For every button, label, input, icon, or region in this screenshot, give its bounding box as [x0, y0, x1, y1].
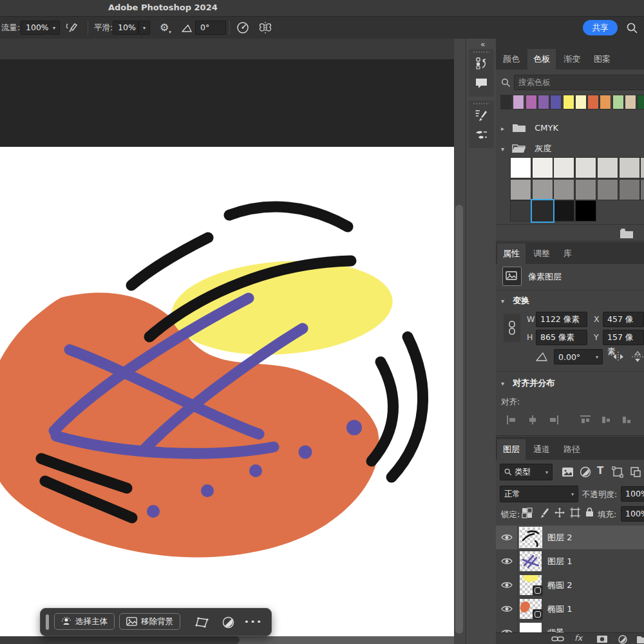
y-field[interactable]: 157 像素 [603, 330, 644, 345]
smoothing-gear-icon[interactable]: ⚙▾ [160, 21, 171, 35]
visibility-eye-icon[interactable] [496, 621, 518, 632]
new-adjustment-layer-icon[interactable] [618, 635, 627, 644]
tab-库[interactable]: 库 [558, 243, 578, 264]
align-section-header[interactable]: ▾ 对齐并分布 [501, 376, 554, 389]
layer-row-椭圆 2[interactable]: 椭圆 2 [496, 573, 644, 598]
layer-name[interactable]: 图层 1 [547, 556, 572, 567]
flow-dropdown[interactable]: ▾ [48, 21, 60, 35]
tab-调整[interactable]: 调整 [527, 243, 556, 264]
flip-vertical-icon[interactable] [631, 351, 644, 363]
tab-色板[interactable]: 色板 [527, 49, 556, 70]
swatch-gray-r0-c2[interactable] [553, 157, 574, 178]
more-options-button[interactable]: ••• [244, 617, 263, 627]
layer-filter-combo[interactable]: 类型 ▾ [500, 464, 553, 480]
swatch-recent-7[interactable] [587, 95, 599, 109]
layer-thumbnail[interactable] [520, 623, 542, 632]
canvas[interactable] [0, 147, 454, 636]
swatch-gray-r1-c2[interactable] [553, 179, 574, 200]
collapse-panels-button[interactable]: « [480, 40, 485, 49]
add-mask-icon[interactable] [596, 635, 608, 643]
flip-horizontal-icon[interactable] [612, 351, 625, 363]
filter-shape-icon[interactable] [612, 466, 623, 478]
fill-field[interactable]: 100% [621, 506, 644, 522]
share-button[interactable]: 共享 [583, 20, 618, 35]
horizontal-scrollbar[interactable] [0, 636, 240, 644]
swatch-gray-r2-c1[interactable] [532, 200, 553, 222]
layer-row-图层 2[interactable]: 图层 2 [496, 526, 644, 550]
lock-position-icon[interactable] [554, 507, 565, 518]
lock-artboard-icon[interactable] [569, 507, 581, 518]
swatch-recent-10[interactable] [625, 95, 636, 109]
filter-text-icon[interactable]: T [597, 465, 603, 477]
swatch-gray-r1-c6[interactable] [640, 179, 644, 200]
visibility-eye-icon[interactable] [496, 526, 518, 549]
align-left-edges-icon[interactable] [506, 415, 518, 425]
lock-all-icon[interactable] [585, 507, 594, 518]
swatch-gray-r0-c4[interactable] [597, 157, 618, 178]
tab-颜色[interactable]: 颜色 [497, 49, 526, 70]
align-right-edges-icon[interactable] [547, 415, 559, 425]
new-group-icon[interactable] [636, 635, 644, 643]
adjustment-icon[interactable] [222, 616, 234, 629]
x-field[interactable]: 457 像素 [603, 312, 644, 327]
rotation-combo[interactable]: 0.00° ▾ [554, 349, 603, 365]
tab-属性[interactable]: 属性 [497, 243, 526, 264]
link-dimensions-button[interactable] [504, 314, 520, 342]
swatch-recent-8[interactable] [600, 95, 611, 109]
swatch-gray-r0-c6[interactable] [640, 157, 644, 178]
filter-adjustment-icon[interactable] [580, 466, 591, 478]
lock-transparency-icon[interactable] [522, 507, 533, 518]
swatch-gray-r1-c4[interactable] [597, 179, 618, 200]
visibility-eye-icon[interactable] [496, 573, 518, 597]
swatch-search-input[interactable] [514, 75, 644, 90]
swatch-gray-r0-c0[interactable] [510, 157, 531, 178]
butterfly-symmetry-icon[interactable] [258, 20, 273, 35]
swatch-gray-r0-c1[interactable] [532, 157, 553, 178]
select-subject-button[interactable]: 选择主体 [54, 613, 115, 630]
layer-thumbnail[interactable] [520, 551, 542, 571]
layer-name[interactable]: 椭圆 2 [547, 580, 572, 591]
visibility-eye-icon[interactable] [496, 597, 518, 621]
layer-name[interactable]: 椭圆 1 [547, 603, 572, 615]
swatch-recent-1[interactable] [513, 95, 524, 109]
swatch-gray-r1-c3[interactable] [575, 179, 596, 200]
transform-section-header[interactable]: ▾ 变换 [501, 294, 529, 307]
lock-pixels-icon[interactable] [538, 507, 550, 518]
smooth-dropdown[interactable]: ▾ [138, 21, 150, 35]
tab-渐变[interactable]: 渐变 [558, 49, 586, 70]
opacity-field[interactable]: 100% [621, 486, 644, 502]
remove-background-button[interactable]: 移除背景 [119, 613, 180, 630]
width-field[interactable]: 1122 像素 [536, 312, 587, 327]
layer-style-icon[interactable]: fx [574, 633, 582, 643]
layer-thumbnail[interactable] [520, 527, 542, 547]
swatch-recent-9[interactable] [612, 95, 624, 109]
vertical-scrollbar[interactable] [455, 205, 463, 634]
height-field[interactable]: 865 像素 [536, 330, 587, 345]
align-vertical-centers-icon[interactable] [600, 415, 612, 425]
visibility-eye-icon[interactable] [496, 549, 518, 573]
swatch-gray-r2-c0[interactable] [510, 200, 531, 222]
new-group-icon[interactable] [620, 228, 634, 239]
swatch-recent-5[interactable] [563, 95, 574, 109]
tab-路径[interactable]: 路径 [558, 439, 586, 460]
drag-grip[interactable] [473, 52, 489, 53]
align-top-edges-icon[interactable] [580, 415, 591, 425]
swatch-recent-11[interactable] [637, 95, 644, 109]
align-horizontal-centers-icon[interactable] [527, 415, 538, 425]
comments-icon[interactable] [475, 77, 488, 90]
filter-smart-object-icon[interactable] [630, 466, 641, 478]
flow-value-field[interactable]: 100% [21, 21, 48, 35]
version-history-icon[interactable] [475, 57, 488, 70]
brushes-icon[interactable] [475, 128, 488, 142]
swatch-recent-2[interactable] [526, 95, 537, 109]
smooth-value-field[interactable]: 10% [113, 21, 138, 35]
layer-row-背景[interactable]: 背景 [496, 621, 644, 632]
swatch-gray-r2-c2[interactable] [553, 200, 574, 222]
layer-name[interactable]: 背景 [547, 627, 564, 632]
swatch-gray-r1-c0[interactable] [510, 179, 531, 200]
swatch-recent-0[interactable] [500, 95, 512, 109]
tab-图层[interactable]: 图层 [497, 439, 526, 460]
filter-image-icon[interactable] [562, 467, 574, 477]
swatch-gray-r1-c1[interactable] [532, 179, 553, 200]
tab-图案[interactable]: 图案 [588, 49, 616, 70]
